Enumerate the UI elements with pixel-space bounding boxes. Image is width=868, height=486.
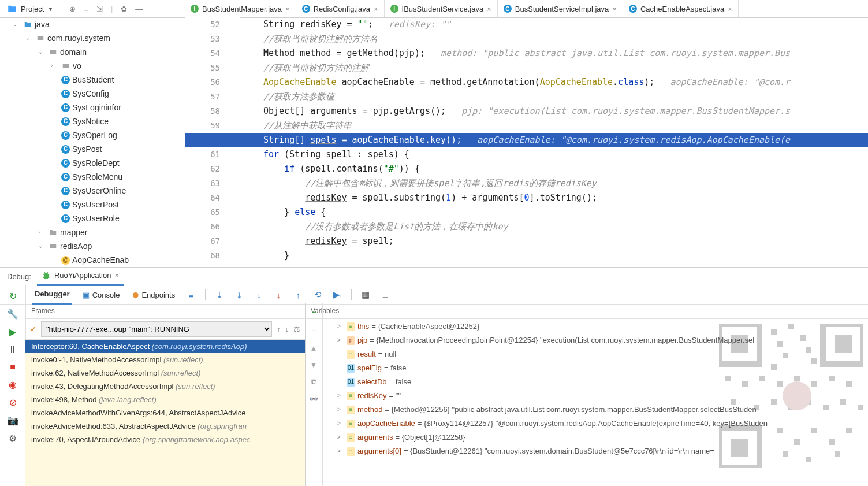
tree-node-class[interactable]: CSysConfig <box>51 87 185 101</box>
step-out-icon[interactable]: ↑ <box>292 290 304 300</box>
code-line[interactable]: //没有参数或者参数是List的方法，在缓存中的key <box>263 220 868 234</box>
editor-tab[interactable]: IBusStudentMapper.java× <box>185 0 296 17</box>
glasses-icon[interactable]: 👓 <box>309 395 318 403</box>
variable-row[interactable]: >≡ arguments[0] = {BusStudent@12261} "co… <box>322 444 868 458</box>
stop-icon[interactable]: ■ <box>10 362 16 372</box>
tree-node-class[interactable]: CSysOperLog <box>51 128 185 142</box>
tree-node-redisaop[interactable]: ⌄ redisAop <box>38 239 185 253</box>
tree-node-java[interactable]: ⌄ java <box>13 17 185 31</box>
editor-tab[interactable]: CCacheEnableAspect.java× <box>623 0 739 18</box>
trace-icon[interactable]: ≣ <box>379 290 391 300</box>
tree-node-class[interactable]: CBusStudent <box>51 73 185 87</box>
code-line[interactable]: //获取当前被切注解的方法名 <box>263 32 868 46</box>
project-dropdown[interactable]: Project ▼ <box>5 2 55 15</box>
stack-frame[interactable]: invoke:43, DelegatingMethodAccessorImpl … <box>25 380 305 393</box>
stack-frame[interactable]: invoke:70, AspectJAroundAdvice (org.spri… <box>25 433 305 446</box>
variable-row[interactable]: 01 selectDb = false <box>322 375 868 389</box>
collapse-icon[interactable]: ⇲ <box>96 5 103 13</box>
close-icon[interactable]: × <box>612 5 617 13</box>
camera-icon[interactable]: 📷 <box>7 415 18 426</box>
settings-icon[interactable]: ✿ <box>121 5 127 13</box>
tree-node-mapper[interactable]: › mapper <box>38 225 185 239</box>
code-line[interactable]: if (spe1l.contains("#")) { <box>263 162 868 176</box>
variable-row[interactable]: >p pjp = {MethodInvocationProceedingJoin… <box>322 333 868 347</box>
show-execution-icon[interactable]: ⭳ <box>214 290 225 300</box>
close-icon[interactable]: × <box>728 5 732 13</box>
rerun-icon[interactable]: ↻ <box>9 291 17 302</box>
code-line[interactable]: String redisKey = ""; redisKey: "" <box>263 17 868 32</box>
editor[interactable]: 5253545556575859606162636465666768 Strin… <box>185 17 868 268</box>
code-line[interactable]: } <box>263 248 868 263</box>
stack-frame[interactable]: invoke:62, NativeMethodAccessorImpl (sun… <box>25 366 305 380</box>
variable-row[interactable]: >≡ this = {CacheEnableAspect@12252} <box>322 320 868 333</box>
add-watch-icon[interactable]: ＋ <box>310 307 318 317</box>
view-breakpoints-icon[interactable]: ◉ <box>9 379 17 390</box>
code-line[interactable]: //获取方法参数值 <box>263 90 868 104</box>
stack-frame[interactable]: invoke:498, Method (java.lang.reflect) <box>25 393 305 406</box>
variable-row[interactable]: >≡ redisKey = "" <box>322 389 868 403</box>
copy-icon[interactable]: ⧉ <box>311 377 316 387</box>
console-tab[interactable]: ▣Console <box>80 285 122 304</box>
code-line[interactable]: redisKey = spe1l.substring(1) + argument… <box>263 191 868 205</box>
code-line[interactable]: } else { <box>263 205 868 220</box>
hide-icon[interactable]: — <box>135 5 143 13</box>
modify-icon[interactable]: 🔧 <box>7 309 18 320</box>
mute-breakpoints-icon[interactable]: ⊘ <box>9 397 17 408</box>
force-step-into-icon[interactable]: ↓ <box>273 290 284 300</box>
variable-row[interactable]: >≡ aopCacheEnable = {$Proxy114@12257} "@… <box>322 417 868 431</box>
tree-node-pkg[interactable]: ⌄ com.ruoyi.system <box>25 31 185 45</box>
run-config-tab[interactable]: RuoYiApplication × <box>37 267 124 286</box>
variable-row[interactable]: >≡ arguments = {Object[1]@12258} <box>322 431 868 444</box>
filter-icon[interactable]: ⚖ <box>293 325 300 333</box>
editor-tab[interactable]: CRedisConfig.java× <box>296 0 385 17</box>
locate-icon[interactable]: ⊕ <box>69 5 76 13</box>
stack-frame[interactable]: invokeAdviceMethod:633, AbstractAspectJA… <box>25 420 305 433</box>
tree-node-class[interactable]: CSysUserRole <box>51 212 185 225</box>
close-icon[interactable]: × <box>487 5 491 13</box>
tree-node-class[interactable]: CSysRoleDept <box>51 156 185 170</box>
variable-row[interactable]: ≡ result = null <box>322 347 868 361</box>
next-frame-icon[interactable]: ↓ <box>285 325 289 333</box>
stack-frame[interactable]: invokeAdviceMethodWithGivenArgs:644, Abs… <box>25 406 305 420</box>
close-icon[interactable]: × <box>114 271 119 280</box>
variable-row[interactable]: >≡ method = {Method@12256} "public abstr… <box>322 403 868 417</box>
close-icon[interactable]: × <box>374 5 378 13</box>
tree-node-class[interactable]: CSysNotice <box>51 114 185 128</box>
gear-icon[interactable]: ⚙ <box>9 433 17 444</box>
thread-select[interactable]: "http-nio-7777-exe...oup "main": RUNNING <box>41 321 272 337</box>
tree-node-class[interactable]: CSysLogininfor <box>51 101 185 114</box>
expand-icon[interactable]: ≡ <box>84 5 88 13</box>
step-over-icon[interactable]: ⤵ <box>233 290 245 300</box>
code-line[interactable]: //注解中包含#标识，则需要拼接spel字符串,返回redis的存储redisK… <box>263 176 868 191</box>
tree-node-aopclass[interactable]: @ AopCacheEnab <box>51 253 185 267</box>
prev-frame-icon[interactable]: ↑ <box>277 325 281 333</box>
code-line[interactable]: AopCacheEnable aopCacheEnable = method.g… <box>263 75 868 90</box>
down-icon[interactable]: ▼ <box>310 361 318 369</box>
tree-node-class[interactable]: CSysUserOnline <box>51 184 185 198</box>
threads-icon[interactable]: ≡ <box>185 290 197 300</box>
step-into-icon[interactable]: ↓ <box>253 290 265 300</box>
tree-node-vo[interactable]: › vo <box>51 59 185 73</box>
tree-node-class[interactable]: CSysRoleMenu <box>51 170 185 184</box>
close-icon[interactable]: × <box>285 5 290 13</box>
debugger-tab[interactable]: Debugger <box>32 285 72 305</box>
endpoints-tab[interactable]: ⬢Endpoints <box>130 285 177 304</box>
editor-tab[interactable]: IIBusStudentService.java× <box>385 0 498 17</box>
tree-node-class[interactable]: CSysPost <box>51 142 185 156</box>
drop-frame-icon[interactable]: ⟲ <box>312 290 323 300</box>
code-line[interactable]: //获取当前被切方法的注解 <box>263 61 868 75</box>
code-line[interactable]: for (String spe1l : spels) { <box>263 147 868 162</box>
remove-icon[interactable]: － <box>310 325 318 336</box>
evaluate-icon[interactable]: ▦ <box>360 290 371 300</box>
variable-row[interactable]: 01 spelFlg = false <box>322 361 868 375</box>
tree-node-domain[interactable]: ⌄ domain <box>38 45 185 59</box>
up-icon[interactable]: ▲ <box>310 344 318 353</box>
code-line[interactable]: redisKey = spe1l; <box>263 234 868 248</box>
code-line[interactable]: //从注解中获取字符串 <box>263 118 868 133</box>
run-to-cursor-icon[interactable]: ▶ᵢ <box>331 290 343 300</box>
stack-frame[interactable]: invoke0:-1, NativeMethodAccessorImpl (su… <box>25 353 305 366</box>
code-line[interactable]: Method method = getMethod(pjp); method: … <box>263 46 868 61</box>
code-line[interactable]: Object[] arguments = pjp.getArgs(); pjp:… <box>263 104 868 118</box>
code-line[interactable]: String[] spels = aopCacheEnable.key(); a… <box>185 133 868 147</box>
stack-frame[interactable]: Interceptor:60, CacheEnableAspect (com.r… <box>25 340 305 353</box>
